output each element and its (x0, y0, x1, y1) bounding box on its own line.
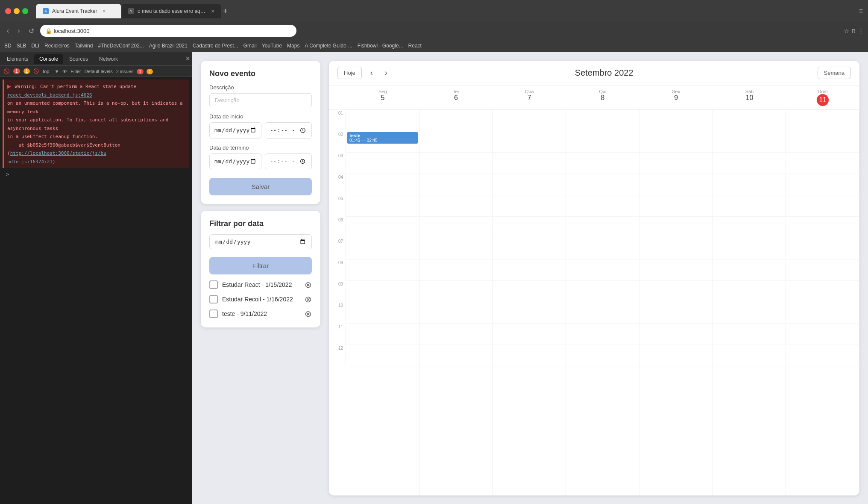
devtools-close-icon[interactable]: × (185, 54, 190, 63)
cal-cell-5-8[interactable] (713, 281, 786, 302)
cal-cell-2-1[interactable] (493, 131, 566, 153)
cal-cell-3-2[interactable] (566, 153, 639, 174)
cal-cell-3-0[interactable] (566, 110, 639, 131)
minimize-traffic-light[interactable] (14, 8, 20, 14)
filter-date-input[interactable] (209, 234, 312, 249)
cal-cell-3-8[interactable] (566, 281, 639, 302)
cal-cell-2-6[interactable] (493, 238, 566, 259)
cal-cell-3-6[interactable] (566, 238, 639, 259)
cal-cell-5-2[interactable] (713, 153, 786, 174)
bookmark-bd[interactable]: BD (4, 43, 12, 49)
event-delete-1[interactable]: ⊗ (305, 280, 312, 290)
event-checkbox-3[interactable] (209, 309, 218, 318)
view-button[interactable]: Semana (818, 67, 851, 79)
cal-cell-3-10[interactable] (566, 324, 639, 345)
cal-cell-4-5[interactable] (639, 217, 713, 238)
bookmark-slb[interactable]: SLB (17, 43, 26, 49)
cal-cell-4-1[interactable] (639, 131, 713, 153)
cal-cell-5-3[interactable] (713, 174, 786, 195)
devtools-tab-console[interactable]: Console (34, 54, 63, 64)
cal-cell-5-11[interactable] (713, 345, 786, 366)
cal-cell-4-7[interactable] (639, 259, 713, 281)
console-prompt[interactable]: > (3, 170, 189, 179)
devtools-level-dropdown-icon[interactable]: ▼ (54, 69, 59, 74)
cal-cell-1-9[interactable] (419, 302, 493, 324)
cal-cell-0-4[interactable] (346, 195, 419, 217)
cal-cell-5-5[interactable] (713, 217, 786, 238)
cal-cell-5-9[interactable] (713, 302, 786, 324)
back-button[interactable]: ‹ (4, 26, 12, 35)
cal-cell-1-10[interactable] (419, 324, 493, 345)
cal-cell-6-2[interactable] (786, 153, 859, 174)
tab-close-2[interactable]: × (211, 8, 214, 15)
bookmark-fishbowl[interactable]: Fishbowl - Google... (358, 43, 403, 49)
cal-cell-2-10[interactable] (493, 324, 566, 345)
cal-cell-4-0[interactable] (639, 110, 713, 131)
cal-cell-6-3[interactable] (786, 174, 859, 195)
cal-cell-3-3[interactable] (566, 174, 639, 195)
address-bar[interactable]: 🔒 localhost:3000 (40, 25, 296, 37)
end-time-input[interactable] (265, 153, 312, 170)
today-button[interactable]: Hoje (337, 67, 362, 79)
clear-console-icon[interactable]: 🚫 (33, 68, 39, 74)
cal-cell-4-8[interactable] (639, 281, 713, 302)
cal-cell-2-0[interactable] (493, 110, 566, 131)
tab-alura-event-tracker[interactable]: A Alura Event Tracker × (36, 4, 121, 18)
bookmark-thedevconf[interactable]: #TheDevConf 202... (98, 43, 144, 49)
cal-cell-4-9[interactable] (639, 302, 713, 324)
cal-cell-3-7[interactable] (566, 259, 639, 281)
devtools-tab-elements[interactable]: Elements (2, 54, 33, 64)
extensions-icon[interactable]: ⋮ (858, 28, 864, 34)
cal-cell-5-1[interactable] (713, 131, 786, 153)
close-traffic-light[interactable] (5, 8, 11, 14)
cal-cell-6-11[interactable] (786, 345, 859, 366)
event-delete-2[interactable]: ⊗ (305, 294, 312, 304)
cal-cell-1-5[interactable] (419, 217, 493, 238)
bundle-link[interactable]: http://localhost:3000/static/js/bundle.j… (7, 150, 106, 165)
cal-cell-6-0[interactable] (786, 110, 859, 131)
cal-cell-0-5[interactable] (346, 217, 419, 238)
react-devtools-link[interactable]: react_devtools_backend.js:4026 (7, 92, 92, 98)
forward-button[interactable]: › (15, 26, 22, 35)
cal-cell-1-6[interactable] (419, 238, 493, 259)
cal-cell-3-4[interactable] (566, 195, 639, 217)
cal-cell-1-0[interactable] (419, 110, 493, 131)
start-time-input[interactable] (265, 122, 312, 139)
cal-cell-6-8[interactable] (786, 281, 859, 302)
event-delete-3[interactable]: ⊗ (305, 309, 312, 319)
cal-cell-1-7[interactable] (419, 259, 493, 281)
cal-cell-6-6[interactable] (786, 238, 859, 259)
cal-cell-2-11[interactable] (493, 345, 566, 366)
cal-cell-2-8[interactable] (493, 281, 566, 302)
save-button[interactable]: Salvar (209, 178, 312, 195)
cal-cell-0-1[interactable]: teste01:45 — 02:45 (346, 131, 419, 153)
cal-cell-0-6[interactable] (346, 238, 419, 259)
cal-cell-5-0[interactable] (713, 110, 786, 131)
bookmark-guide[interactable]: A Complete Guide-... (305, 43, 352, 49)
cal-cell-6-1[interactable] (786, 131, 859, 153)
cal-cell-1-11[interactable] (419, 345, 493, 366)
filter-button[interactable]: Filtrar (209, 257, 312, 274)
cal-cell-4-11[interactable] (639, 345, 713, 366)
cal-cell-4-2[interactable] (639, 153, 713, 174)
bookmark-youtube[interactable]: YouTube (262, 43, 282, 49)
profile-icon[interactable]: R (852, 28, 856, 34)
cal-cell-6-4[interactable] (786, 195, 859, 217)
cal-cell-4-4[interactable] (639, 195, 713, 217)
cal-cell-4-3[interactable] (639, 174, 713, 195)
cal-cell-1-2[interactable] (419, 153, 493, 174)
cal-cell-3-1[interactable] (566, 131, 639, 153)
bookmark-maps[interactable]: Maps (287, 43, 299, 49)
start-date-input[interactable] (209, 122, 261, 139)
cal-cell-0-8[interactable] (346, 281, 419, 302)
cal-cell-6-5[interactable] (786, 217, 859, 238)
cal-cell-5-7[interactable] (713, 259, 786, 281)
event-checkbox-2[interactable] (209, 295, 218, 304)
cal-cell-0-11[interactable] (346, 345, 419, 366)
cal-cell-5-6[interactable] (713, 238, 786, 259)
cal-cell-6-10[interactable] (786, 324, 859, 345)
cal-cell-2-2[interactable] (493, 153, 566, 174)
cal-cell-5-4[interactable] (713, 195, 786, 217)
maximize-traffic-light[interactable] (22, 8, 28, 14)
cal-cell-1-4[interactable] (419, 195, 493, 217)
